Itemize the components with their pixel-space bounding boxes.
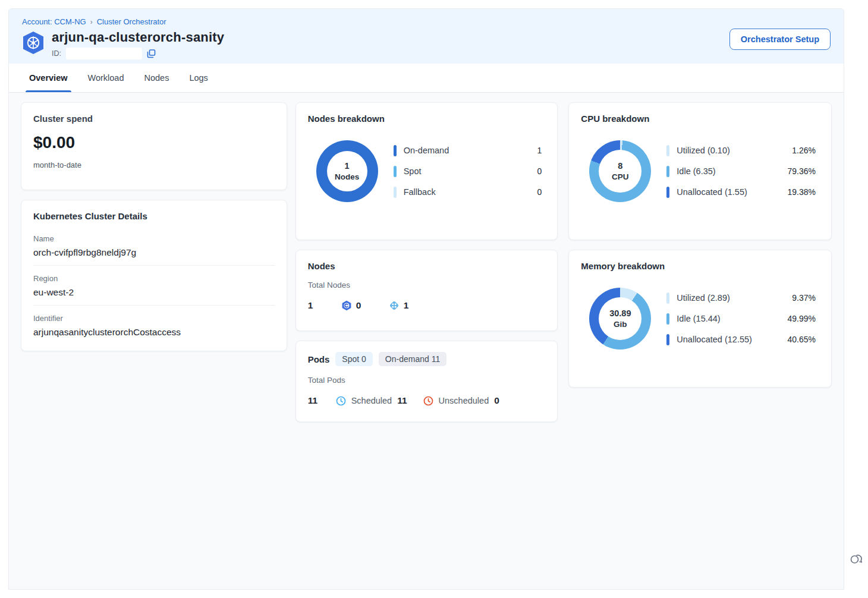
spot-nodes-count: 0 bbox=[356, 300, 361, 311]
scheduled-clock-icon bbox=[336, 396, 346, 406]
legend-label: Spot bbox=[404, 166, 530, 176]
nodes-card-title: Nodes bbox=[308, 261, 546, 271]
legend-value: 49.99% bbox=[788, 314, 816, 323]
tab-overview[interactable]: Overview bbox=[29, 64, 68, 92]
memory-breakdown-title: Memory breakdown bbox=[581, 261, 819, 271]
legend-value: 79.36% bbox=[788, 166, 816, 176]
legend-label: Utilized (0.10) bbox=[677, 146, 785, 155]
legend-label: Utilized (2.89) bbox=[677, 293, 785, 303]
legend-row-fallback: Fallback 0 bbox=[394, 187, 542, 198]
chat-feedback-icon[interactable] bbox=[849, 552, 863, 566]
spot-pods-chip: Spot 0 bbox=[335, 352, 372, 366]
ondemand-pods-chip: On-demand 11 bbox=[379, 352, 446, 366]
legend-swatch bbox=[666, 187, 669, 198]
cluster-spend-value: $0.00 bbox=[33, 133, 275, 152]
cpu-breakdown-card: CPU breakdown 8 CPU Utilized (0.10) 1.26… bbox=[568, 102, 832, 240]
tab-workload[interactable]: Workload bbox=[88, 64, 124, 92]
cluster-spend-title: Cluster spend bbox=[33, 114, 275, 124]
legend-swatch bbox=[666, 313, 669, 325]
legend-value: 19.38% bbox=[788, 187, 816, 197]
tab-nodes[interactable]: Nodes bbox=[144, 64, 169, 92]
tab-bar: Overview Workload Nodes Logs bbox=[9, 64, 844, 93]
spot-node-icon bbox=[341, 300, 352, 311]
cluster-orchestrator-page: Account: CCM-NG › Cluster Orchestrator a… bbox=[8, 8, 844, 590]
total-pods-label: Total Pods bbox=[308, 376, 546, 385]
cpu-breakdown-legend: Utilized (0.10) 1.26% Idle (6.35) 79.36%… bbox=[666, 145, 816, 198]
legend-row-spot: Spot 0 bbox=[394, 166, 542, 177]
cluster-spend-card: Cluster spend $0.00 month-to-date bbox=[21, 102, 287, 190]
memory-breakdown-donut: 30.89 Gib bbox=[589, 288, 651, 350]
legend-row-ondemand: On-demand 1 bbox=[394, 145, 542, 156]
legend-value: 1.26% bbox=[792, 146, 816, 155]
donut-center-value: 30.89 bbox=[609, 309, 631, 318]
pods-card: Pods Spot 0 On-demand 11 Total Pods 11 S… bbox=[295, 341, 558, 422]
legend-value: 0 bbox=[537, 166, 542, 176]
field-label: Identifier bbox=[33, 314, 275, 323]
legend-swatch bbox=[666, 334, 669, 345]
legend-label: On-demand bbox=[404, 146, 530, 155]
tab-logs[interactable]: Logs bbox=[189, 64, 207, 92]
donut-center-value: 8 bbox=[618, 161, 622, 171]
field-value: orch-cvifpfl9rbg8neldj97g bbox=[33, 247, 275, 258]
donut-center-value: 1 bbox=[345, 161, 350, 171]
page-header: Account: CCM-NG › Cluster Orchestrator a… bbox=[9, 9, 844, 64]
breadcrumb: Account: CCM-NG › Cluster Orchestrator bbox=[22, 17, 831, 26]
total-nodes-label: Total Nodes bbox=[308, 281, 546, 289]
nodes-breakdown-legend: On-demand 1 Spot 0 Fallback 0 bbox=[394, 145, 542, 198]
page-title: arjun-qa-clusterorch-sanity bbox=[52, 30, 224, 45]
legend-row-utilized: Utilized (2.89) 9.37% bbox=[666, 292, 816, 304]
legend-value: 9.37% bbox=[792, 293, 816, 303]
legend-value: 0 bbox=[537, 187, 542, 197]
legend-label: Unallocated (1.55) bbox=[677, 187, 780, 197]
legend-label: Fallback bbox=[404, 187, 530, 197]
legend-row-utilized: Utilized (0.10) 1.26% bbox=[666, 145, 816, 156]
legend-row-idle: Idle (6.35) 79.36% bbox=[666, 166, 816, 177]
legend-label: Unallocated (12.55) bbox=[677, 335, 780, 344]
total-nodes-value: 1 bbox=[308, 300, 341, 311]
ondemand-nodes-count: 1 bbox=[404, 300, 409, 311]
legend-label: Idle (6.35) bbox=[677, 166, 780, 176]
copy-icon[interactable] bbox=[147, 49, 156, 58]
legend-swatch bbox=[666, 145, 669, 156]
scheduled-count: 11 bbox=[397, 395, 407, 406]
kubernetes-icon bbox=[22, 31, 45, 55]
ondemand-node-icon bbox=[389, 300, 400, 311]
legend-row-unallocated: Unallocated (12.55) 40.65% bbox=[666, 334, 816, 345]
legend-value: 40.65% bbox=[788, 335, 816, 344]
donut-center-label: CPU bbox=[612, 172, 629, 181]
cluster-details-card: Kubernetes Cluster Details Name orch-cvi… bbox=[21, 200, 287, 351]
scheduled-label: Scheduled bbox=[351, 396, 392, 405]
id-label: ID: bbox=[52, 49, 61, 58]
cluster-spend-subtitle: month-to-date bbox=[33, 160, 275, 172]
breadcrumb-separator: › bbox=[90, 18, 93, 26]
legend-label: Idle (15.44) bbox=[677, 314, 780, 323]
memory-breakdown-card: Memory breakdown 30.89 Gib Utilized (2.8… bbox=[568, 250, 832, 388]
nodes-card: Nodes Total Nodes 1 0 bbox=[295, 250, 558, 331]
legend-value: 1 bbox=[537, 146, 542, 155]
field-value: arjunqasanityclusterorchCostaccess bbox=[33, 327, 275, 338]
donut-center-label: Gib bbox=[614, 320, 627, 329]
legend-swatch bbox=[666, 166, 669, 177]
cpu-breakdown-title: CPU breakdown bbox=[581, 114, 819, 124]
breadcrumb-section-link[interactable]: Cluster Orchestrator bbox=[97, 17, 166, 26]
detail-field-name: Name orch-cvifpfl9rbg8neldj97g bbox=[33, 226, 275, 266]
nodes-breakdown-card: Nodes breakdown 1 Nodes On-demand 1 bbox=[295, 102, 558, 240]
field-label: Name bbox=[33, 234, 275, 243]
orchestrator-setup-button[interactable]: Orchestrator Setup bbox=[729, 29, 831, 50]
legend-row-unallocated: Unallocated (1.55) 19.38% bbox=[666, 187, 816, 198]
field-label: Region bbox=[33, 274, 275, 283]
legend-swatch bbox=[394, 145, 397, 156]
nodes-breakdown-title: Nodes breakdown bbox=[308, 114, 546, 124]
legend-swatch bbox=[394, 187, 397, 198]
detail-field-region: Region eu-west-2 bbox=[33, 266, 275, 306]
legend-swatch bbox=[666, 292, 669, 304]
pods-card-title: Pods bbox=[308, 354, 330, 364]
cluster-details-title: Kubernetes Cluster Details bbox=[33, 211, 275, 221]
legend-swatch bbox=[394, 166, 397, 177]
legend-row-idle: Idle (15.44) 49.99% bbox=[666, 313, 816, 325]
unscheduled-clock-icon bbox=[423, 396, 433, 406]
cpu-breakdown-donut: 8 CPU bbox=[589, 140, 651, 202]
unscheduled-label: Unscheduled bbox=[439, 396, 489, 405]
breadcrumb-account-link[interactable]: Account: CCM-NG bbox=[22, 17, 86, 26]
nodes-breakdown-donut: 1 Nodes bbox=[316, 140, 378, 202]
